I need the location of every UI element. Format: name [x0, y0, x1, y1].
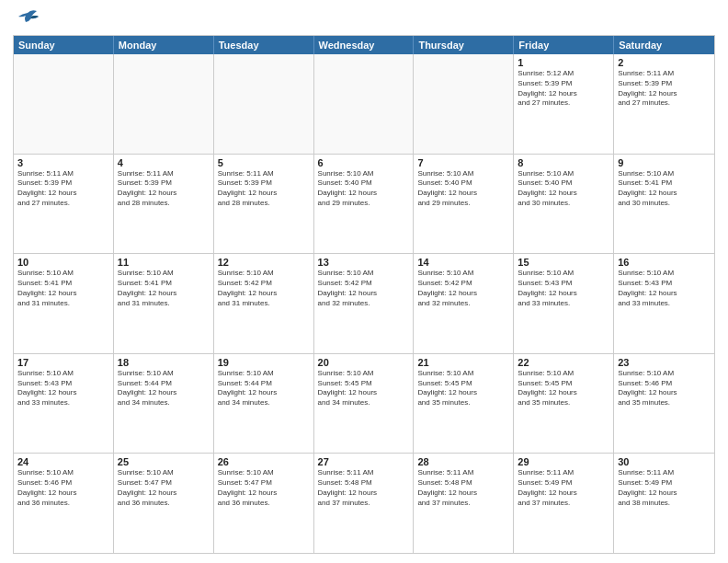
day-number: 10 — [17, 257, 109, 268]
day-number: 6 — [318, 157, 410, 168]
day-info: Sunrise: 5:10 AM Sunset: 5:42 PM Dayligh… — [417, 269, 509, 308]
day-info: Sunrise: 5:10 AM Sunset: 5:45 PM Dayligh… — [417, 369, 509, 408]
cal-cell: 26Sunrise: 5:10 AM Sunset: 5:47 PM Dayli… — [214, 454, 314, 553]
cal-cell: 14Sunrise: 5:10 AM Sunset: 5:42 PM Dayli… — [414, 254, 514, 353]
week-row-0: 1Sunrise: 5:12 AM Sunset: 5:39 PM Daylig… — [14, 54, 714, 155]
day-info: Sunrise: 5:11 AM Sunset: 5:39 PM Dayligh… — [17, 169, 109, 209]
cal-cell: 9Sunrise: 5:10 AM Sunset: 5:41 PM Daylig… — [614, 155, 714, 254]
cal-cell: 11Sunrise: 5:10 AM Sunset: 5:41 PM Dayli… — [114, 254, 214, 353]
day-info: Sunrise: 5:10 AM Sunset: 5:42 PM Dayligh… — [318, 269, 410, 308]
week-row-2: 10Sunrise: 5:10 AM Sunset: 5:41 PM Dayli… — [14, 254, 714, 354]
day-header-monday: Monday — [114, 36, 214, 54]
day-number: 4 — [118, 157, 210, 168]
day-header-friday: Friday — [514, 36, 614, 54]
cal-cell: 19Sunrise: 5:10 AM Sunset: 5:44 PM Dayli… — [214, 354, 314, 454]
calendar-header: SundayMondayTuesdayWednesdayThursdayFrid… — [14, 36, 714, 54]
cal-cell — [114, 54, 214, 154]
day-number: 29 — [518, 456, 609, 467]
day-number: 12 — [218, 257, 310, 268]
day-info: Sunrise: 5:10 AM Sunset: 5:40 PM Dayligh… — [417, 169, 509, 209]
day-info: Sunrise: 5:10 AM Sunset: 5:40 PM Dayligh… — [318, 169, 410, 209]
calendar-body: 1Sunrise: 5:12 AM Sunset: 5:39 PM Daylig… — [14, 54, 714, 553]
logo-bird-icon — [15, 9, 40, 29]
day-info: Sunrise: 5:11 AM Sunset: 5:48 PM Dayligh… — [318, 468, 410, 508]
cal-cell: 12Sunrise: 5:10 AM Sunset: 5:42 PM Dayli… — [214, 254, 314, 353]
day-info: Sunrise: 5:11 AM Sunset: 5:49 PM Dayligh… — [618, 468, 711, 508]
cal-cell: 29Sunrise: 5:11 AM Sunset: 5:49 PM Dayli… — [514, 454, 614, 553]
cal-cell: 13Sunrise: 5:10 AM Sunset: 5:42 PM Dayli… — [314, 254, 415, 353]
day-number: 28 — [417, 456, 509, 467]
day-number: 16 — [618, 257, 711, 268]
cal-cell: 6Sunrise: 5:10 AM Sunset: 5:40 PM Daylig… — [314, 155, 415, 254]
day-info: Sunrise: 5:10 AM Sunset: 5:44 PM Dayligh… — [218, 369, 310, 408]
day-info: Sunrise: 5:10 AM Sunset: 5:45 PM Dayligh… — [318, 369, 410, 408]
day-number: 8 — [518, 157, 609, 168]
cal-cell: 21Sunrise: 5:10 AM Sunset: 5:45 PM Dayli… — [414, 354, 514, 454]
day-info: Sunrise: 5:11 AM Sunset: 5:39 PM Dayligh… — [618, 69, 711, 109]
day-number: 3 — [17, 157, 109, 168]
day-info: Sunrise: 5:11 AM Sunset: 5:39 PM Dayligh… — [218, 169, 310, 209]
cal-cell: 30Sunrise: 5:11 AM Sunset: 5:49 PM Dayli… — [614, 454, 714, 553]
day-number: 14 — [417, 257, 509, 268]
day-header-wednesday: Wednesday — [314, 36, 415, 54]
day-info: Sunrise: 5:10 AM Sunset: 5:43 PM Dayligh… — [17, 369, 109, 408]
cal-cell: 15Sunrise: 5:10 AM Sunset: 5:43 PM Dayli… — [514, 254, 614, 353]
day-number: 20 — [318, 357, 410, 368]
cal-cell: 17Sunrise: 5:10 AM Sunset: 5:43 PM Dayli… — [14, 354, 114, 454]
day-info: Sunrise: 5:11 AM Sunset: 5:49 PM Dayligh… — [518, 468, 609, 508]
day-info: Sunrise: 5:11 AM Sunset: 5:48 PM Dayligh… — [417, 468, 509, 508]
cal-cell: 28Sunrise: 5:11 AM Sunset: 5:48 PM Dayli… — [414, 454, 514, 553]
day-info: Sunrise: 5:10 AM Sunset: 5:46 PM Dayligh… — [17, 468, 109, 508]
day-info: Sunrise: 5:10 AM Sunset: 5:42 PM Dayligh… — [218, 269, 310, 308]
cal-cell: 5Sunrise: 5:11 AM Sunset: 5:39 PM Daylig… — [214, 155, 314, 254]
day-number: 25 — [118, 456, 210, 467]
day-info: Sunrise: 5:10 AM Sunset: 5:40 PM Dayligh… — [518, 169, 609, 209]
week-row-1: 3Sunrise: 5:11 AM Sunset: 5:39 PM Daylig… — [14, 155, 714, 255]
day-info: Sunrise: 5:10 AM Sunset: 5:46 PM Dayligh… — [618, 369, 711, 408]
week-row-4: 24Sunrise: 5:10 AM Sunset: 5:46 PM Dayli… — [14, 454, 714, 553]
day-header-thursday: Thursday — [414, 36, 514, 54]
day-info: Sunrise: 5:10 AM Sunset: 5:41 PM Dayligh… — [618, 169, 711, 209]
day-info: Sunrise: 5:10 AM Sunset: 5:43 PM Dayligh… — [518, 269, 609, 308]
day-info: Sunrise: 5:11 AM Sunset: 5:39 PM Dayligh… — [118, 169, 210, 209]
cal-cell: 4Sunrise: 5:11 AM Sunset: 5:39 PM Daylig… — [114, 155, 214, 254]
day-number: 13 — [318, 257, 410, 268]
cal-cell: 7Sunrise: 5:10 AM Sunset: 5:40 PM Daylig… — [414, 155, 514, 254]
cal-cell: 20Sunrise: 5:10 AM Sunset: 5:45 PM Dayli… — [314, 354, 415, 454]
day-header-saturday: Saturday — [614, 36, 714, 54]
day-number: 7 — [417, 157, 509, 168]
cal-cell: 8Sunrise: 5:10 AM Sunset: 5:40 PM Daylig… — [514, 155, 614, 254]
day-number: 22 — [518, 357, 609, 368]
cal-cell: 24Sunrise: 5:10 AM Sunset: 5:46 PM Dayli… — [14, 454, 114, 553]
day-number: 2 — [618, 57, 711, 68]
week-row-3: 17Sunrise: 5:10 AM Sunset: 5:43 PM Dayli… — [14, 354, 714, 454]
day-number: 19 — [218, 357, 310, 368]
day-number: 15 — [518, 257, 609, 268]
cal-cell: 25Sunrise: 5:10 AM Sunset: 5:47 PM Dayli… — [114, 454, 214, 553]
cal-cell: 1Sunrise: 5:12 AM Sunset: 5:39 PM Daylig… — [514, 54, 614, 154]
day-info: Sunrise: 5:10 AM Sunset: 5:45 PM Dayligh… — [518, 369, 609, 408]
cal-cell: 16Sunrise: 5:10 AM Sunset: 5:43 PM Dayli… — [614, 254, 714, 353]
page: SundayMondayTuesdayWednesdayThursdayFrid… — [0, 0, 728, 563]
day-number: 30 — [618, 456, 711, 467]
cal-cell: 27Sunrise: 5:11 AM Sunset: 5:48 PM Dayli… — [314, 454, 415, 553]
cal-cell: 3Sunrise: 5:11 AM Sunset: 5:39 PM Daylig… — [14, 155, 114, 254]
logo — [13, 9, 40, 29]
cal-cell: 18Sunrise: 5:10 AM Sunset: 5:44 PM Dayli… — [114, 354, 214, 454]
cal-cell: 23Sunrise: 5:10 AM Sunset: 5:46 PM Dayli… — [614, 354, 714, 454]
day-number: 23 — [618, 357, 711, 368]
day-number: 24 — [17, 456, 109, 467]
day-info: Sunrise: 5:10 AM Sunset: 5:47 PM Dayligh… — [118, 468, 210, 508]
day-header-tuesday: Tuesday — [214, 36, 314, 54]
day-info: Sunrise: 5:10 AM Sunset: 5:43 PM Dayligh… — [618, 269, 711, 308]
day-number: 26 — [218, 456, 310, 467]
day-number: 5 — [218, 157, 310, 168]
cal-cell — [214, 54, 314, 154]
day-number: 21 — [417, 357, 509, 368]
header — [13, 9, 715, 29]
cal-cell: 10Sunrise: 5:10 AM Sunset: 5:41 PM Dayli… — [14, 254, 114, 353]
cal-cell: 22Sunrise: 5:10 AM Sunset: 5:45 PM Dayli… — [514, 354, 614, 454]
day-number: 18 — [118, 357, 210, 368]
cal-cell — [414, 54, 514, 154]
day-info: Sunrise: 5:10 AM Sunset: 5:41 PM Dayligh… — [17, 269, 109, 308]
